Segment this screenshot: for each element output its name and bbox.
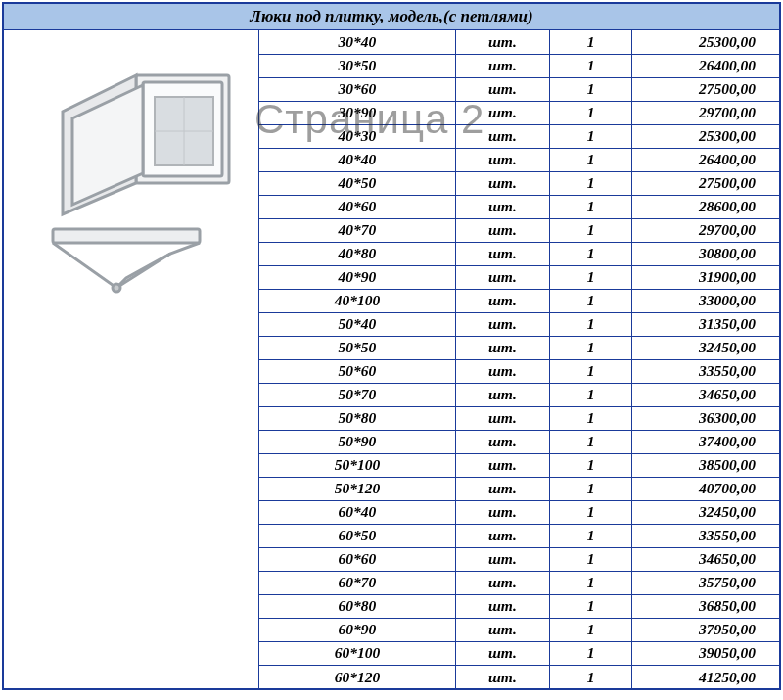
svg-point-6 [113, 284, 120, 292]
unit-cell: шт. [455, 500, 549, 524]
unit-cell: шт. [455, 124, 549, 148]
price-cell: 34650,00 [632, 383, 779, 406]
table-row: 60*40шт.132450,00 [259, 500, 779, 524]
qty-cell: 1 [550, 195, 632, 218]
qty-cell: 1 [550, 336, 632, 359]
size-cell: 40*40 [259, 148, 455, 171]
unit-cell: шт. [455, 453, 549, 477]
price-cell: 25300,00 [632, 30, 779, 54]
size-cell: 60*80 [259, 594, 455, 618]
qty-cell: 1 [550, 54, 632, 77]
unit-cell: шт. [455, 101, 549, 124]
unit-cell: шт. [455, 336, 549, 359]
size-cell: 40*80 [259, 242, 455, 265]
table-row: 50*80шт.136300,00 [259, 406, 779, 430]
qty-cell: 1 [550, 289, 632, 312]
price-cell: 31900,00 [632, 265, 779, 289]
size-cell: 50*80 [259, 406, 455, 430]
size-cell: 50*50 [259, 336, 455, 359]
qty-cell: 1 [550, 477, 632, 500]
price-cell: 37950,00 [632, 618, 779, 641]
table-row: 60*70шт.135750,00 [259, 571, 779, 594]
size-cell: 60*70 [259, 571, 455, 594]
svg-rect-5 [53, 229, 200, 243]
price-cell: 30800,00 [632, 242, 779, 265]
table-row: 40*60шт.128600,00 [259, 195, 779, 218]
size-cell: 50*40 [259, 312, 455, 336]
unit-cell: шт. [455, 265, 549, 289]
price-cell: 38500,00 [632, 453, 779, 477]
price-cell: 29700,00 [632, 218, 779, 242]
price-cell: 33550,00 [632, 359, 779, 383]
size-cell: 40*30 [259, 124, 455, 148]
unit-cell: шт. [455, 77, 549, 101]
qty-cell: 1 [550, 148, 632, 171]
qty-cell: 1 [550, 571, 632, 594]
unit-cell: шт. [455, 477, 549, 500]
table-row: 60*50шт.133550,00 [259, 524, 779, 547]
table-row: 40*90шт.131900,00 [259, 265, 779, 289]
qty-cell: 1 [550, 594, 632, 618]
unit-cell: шт. [455, 30, 549, 54]
size-cell: 50*90 [259, 430, 455, 453]
unit-cell: шт. [455, 148, 549, 171]
size-cell: 40*70 [259, 218, 455, 242]
qty-cell: 1 [550, 641, 632, 665]
table-row: 60*120шт.141250,00 [259, 665, 779, 688]
unit-cell: шт. [455, 289, 549, 312]
unit-cell: шт. [455, 665, 549, 688]
size-cell: 50*120 [259, 477, 455, 500]
size-cell: 60*60 [259, 547, 455, 571]
unit-cell: шт. [455, 430, 549, 453]
qty-cell: 1 [550, 312, 632, 336]
table-row: 60*80шт.136850,00 [259, 594, 779, 618]
unit-cell: шт. [455, 641, 549, 665]
size-cell: 40*100 [259, 289, 455, 312]
table-row: 60*100шт.139050,00 [259, 641, 779, 665]
size-cell: 40*60 [259, 195, 455, 218]
price-cell: 25300,00 [632, 124, 779, 148]
table-row: 40*50шт.127500,00 [259, 171, 779, 195]
table-row: 60*60шт.134650,00 [259, 547, 779, 571]
table-row: 40*30шт.125300,00 [259, 124, 779, 148]
price-cell: 41250,00 [632, 665, 779, 688]
qty-cell: 1 [550, 406, 632, 430]
qty-cell: 1 [550, 665, 632, 688]
size-cell: 30*90 [259, 101, 455, 124]
price-cell: 34650,00 [632, 547, 779, 571]
price-cell: 27500,00 [632, 77, 779, 101]
price-cell: 26400,00 [632, 54, 779, 77]
unit-cell: шт. [455, 242, 549, 265]
table-header: Люки под плитку, модель,(с петлями) [4, 4, 779, 30]
unit-cell: шт. [455, 547, 549, 571]
price-cell: 29700,00 [632, 101, 779, 124]
qty-cell: 1 [550, 524, 632, 547]
size-cell: 60*120 [259, 665, 455, 688]
price-cell: 26400,00 [632, 148, 779, 171]
price-cell: 39050,00 [632, 641, 779, 665]
qty-cell: 1 [550, 124, 632, 148]
unit-cell: шт. [455, 618, 549, 641]
size-cell: 60*50 [259, 524, 455, 547]
size-cell: 30*40 [259, 30, 455, 54]
price-cell: 28600,00 [632, 195, 779, 218]
qty-cell: 1 [550, 101, 632, 124]
table-row: 30*50шт.126400,00 [259, 54, 779, 77]
qty-cell: 1 [550, 77, 632, 101]
unit-cell: шт. [455, 524, 549, 547]
size-cell: 50*70 [259, 383, 455, 406]
size-cell: 30*60 [259, 77, 455, 101]
table-row: 50*60шт.133550,00 [259, 359, 779, 383]
price-cell: 33550,00 [632, 524, 779, 547]
price-cell: 36850,00 [632, 594, 779, 618]
table-row: 30*40шт.125300,00 [259, 30, 779, 54]
table-row: 40*40шт.126400,00 [259, 148, 779, 171]
price-table-container: Люки под плитку, модель,(с петлями) [2, 2, 781, 690]
unit-cell: шт. [455, 171, 549, 195]
qty-cell: 1 [550, 218, 632, 242]
unit-cell: шт. [455, 312, 549, 336]
price-cell: 33000,00 [632, 289, 779, 312]
size-cell: 40*50 [259, 171, 455, 195]
unit-cell: шт. [455, 54, 549, 77]
table-row: 50*70шт.134650,00 [259, 383, 779, 406]
